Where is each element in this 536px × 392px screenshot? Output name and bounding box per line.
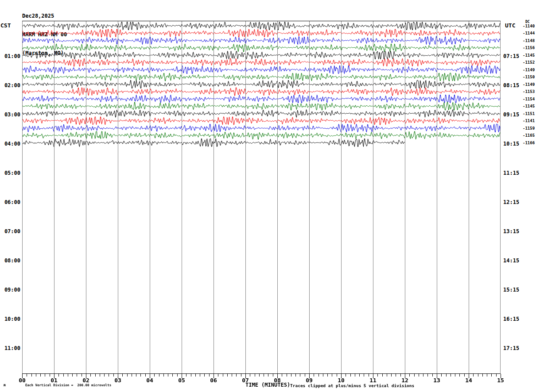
cst-time-label: 04:00	[0, 141, 20, 147]
x-axis-tick-label: 12	[399, 377, 411, 384]
cst-time-label: 02:00	[0, 82, 20, 88]
utc-time-label: 09:15	[503, 111, 524, 118]
x-axis-tick-label: 02	[80, 377, 92, 384]
dc-offset-value: -1140	[523, 24, 535, 28]
utc-zone-label: UTC	[505, 22, 515, 29]
x-axis-tick-label: 09	[303, 377, 315, 384]
cst-zone-label: CST	[0, 22, 11, 29]
clip-note: Traces clipped at plus/minus 5 vertical …	[290, 383, 414, 388]
utc-time-label: 13:15	[503, 228, 524, 234]
dc-offset-value: -1144	[523, 31, 535, 35]
x-axis-tick-label: 00	[16, 377, 28, 384]
x-axis-ticks	[22, 374, 501, 380]
cst-time-label: 08:00	[0, 257, 20, 264]
helicorder-plot-area[interactable]	[22, 21, 501, 374]
x-axis-tick-label: 01	[48, 377, 60, 384]
dc-offset-value: -1156	[523, 46, 535, 50]
seismic-trace-canvas[interactable]	[22, 21, 501, 373]
dc-offset-value: -1159	[523, 126, 535, 131]
logo-mark: ʍ	[4, 383, 6, 387]
dc-offset-value: -1151	[523, 111, 535, 116]
utc-time-label: 12:15	[503, 199, 524, 205]
dc-offset-value: -1165	[523, 133, 535, 138]
cst-time-label: 01:00	[0, 53, 20, 59]
dc-offset-value: -1148	[523, 38, 535, 43]
x-axis-tick-label: 06	[207, 377, 220, 384]
date-label: Dec28,2025	[22, 13, 67, 19]
cst-time-label: 07:00	[0, 228, 20, 234]
utc-time-label: 16:15	[503, 316, 524, 322]
utc-time-label: 10:15	[503, 141, 524, 147]
cst-time-label: 05:00	[0, 170, 20, 176]
cst-time-label: 10:00	[0, 316, 20, 322]
cst-time-label: 03:00	[0, 111, 20, 118]
dc-offset-value: -1153	[523, 89, 535, 94]
cst-time-label: 06:00	[0, 199, 20, 205]
cst-time-label: 09:00	[0, 287, 20, 293]
dc-offset-value: -1141	[523, 119, 535, 123]
utc-time-label: 14:15	[503, 257, 524, 264]
dc-offset-value: -1145	[523, 104, 535, 108]
dc-offset-value: -1150	[523, 75, 535, 79]
cst-time-label: 11:00	[0, 345, 20, 351]
x-axis-tick-label: 10	[335, 377, 347, 384]
dc-offset-value: -1149	[523, 82, 535, 87]
helicorder-page: { "header": { "date": "Dec28,2025", "sta…	[0, 0, 536, 392]
x-axis-tick-label: 03	[112, 377, 124, 384]
x-axis-tick-label: 04	[144, 377, 156, 384]
utc-time-label: 07:15	[503, 53, 524, 59]
dc-offset-value: -1149	[523, 68, 535, 72]
x-axis-title: TIME (MINUTES)	[245, 382, 290, 388]
utc-time-label: 17:15	[503, 345, 524, 351]
dc-offset-value: -1152	[523, 60, 535, 65]
x-axis-tick-label: 05	[175, 377, 188, 384]
dc-offset-value: -1154	[523, 97, 535, 101]
x-axis-tick-label: 15	[494, 377, 507, 384]
vertical-scale-note: Each Vertical Division = 200.00 microvol…	[25, 383, 111, 387]
dc-offset-value: -1145	[523, 53, 535, 58]
utc-time-label: 08:15	[503, 82, 524, 88]
dc-offset-value: -1166	[523, 141, 535, 145]
utc-time-label: 15:15	[503, 287, 524, 293]
utc-time-label: 11:15	[503, 170, 524, 176]
x-axis-tick-label: 11	[367, 377, 379, 384]
x-axis-tick-label: 13	[431, 377, 443, 384]
x-axis-tick-label: 14	[462, 377, 475, 384]
